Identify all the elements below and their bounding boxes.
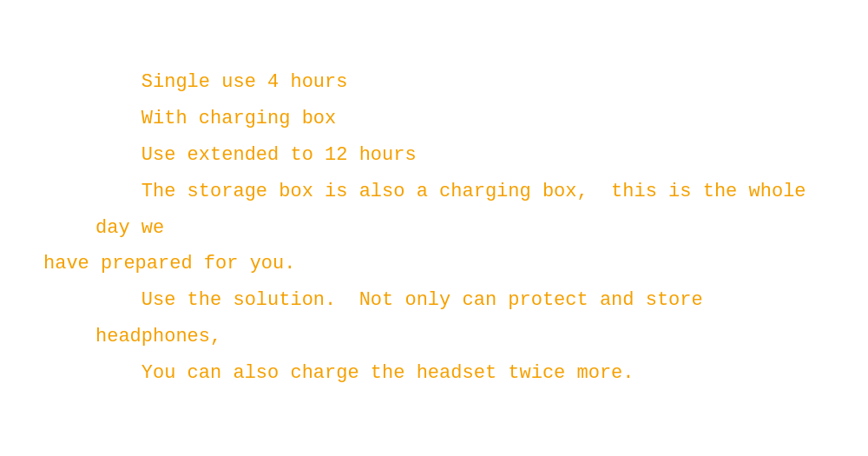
line-7: You can also charge the headset twice mo…: [43, 355, 825, 392]
main-content: Single use 4 hours With charging box Use…: [35, 47, 833, 408]
line-6: Use the solution. Not only can protect a…: [43, 282, 825, 355]
line-1: Single use 4 hours: [43, 64, 825, 101]
line-2: With charging box: [43, 101, 825, 137]
line-5: have prepared for you.: [43, 246, 825, 282]
line-4: The storage box is also a charging box, …: [43, 174, 825, 247]
line-3: Use extended to 12 hours: [43, 137, 825, 174]
